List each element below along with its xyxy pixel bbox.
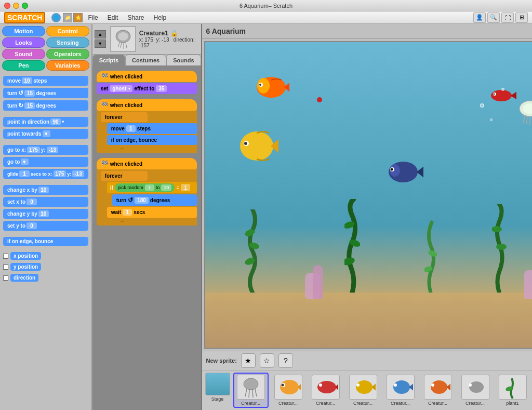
window-controls[interactable] xyxy=(4,3,28,9)
block-y-position-row[interactable]: y position xyxy=(3,262,88,272)
block-direction[interactable]: direction xyxy=(10,274,38,282)
category-sensing[interactable]: Sensing xyxy=(46,37,89,48)
minimize-button[interactable] xyxy=(13,3,19,9)
sprite-nav-up[interactable]: ▲ xyxy=(95,30,106,38)
block-edge-bounce[interactable]: if on edge, bounce xyxy=(3,237,88,246)
fish-1[interactable] xyxy=(253,73,289,101)
svg-marker-59 xyxy=(335,383,338,391)
when-clicked-1[interactable]: 🏁 when clicked xyxy=(97,71,197,82)
menu-file[interactable]: File xyxy=(84,13,102,22)
direction-checkbox[interactable] xyxy=(3,275,8,281)
block-x-position-row[interactable]: x position xyxy=(3,251,88,261)
globe-icon[interactable]: 🌐 xyxy=(51,13,61,22)
block-point-towards[interactable]: point towards ▾ xyxy=(3,129,88,139)
resize-icon[interactable]: ⛶ xyxy=(501,12,514,23)
svg-line-52 xyxy=(252,390,253,398)
sprite-plant-1[interactable]: plant1 xyxy=(495,373,530,408)
category-looks[interactable]: Looks xyxy=(2,37,45,48)
svg-line-51 xyxy=(249,390,249,398)
upload-sprite-button[interactable]: ? xyxy=(278,353,293,368)
block-turn-left[interactable]: turn ↺ 15 degrees xyxy=(3,88,88,98)
svg-point-38 xyxy=(491,90,512,101)
fullscreen-icon[interactable]: ⊞ xyxy=(515,12,528,23)
block-change-y[interactable]: change y by 10 xyxy=(3,209,88,219)
turn-180-block[interactable]: turn ↺ 180 degrees xyxy=(112,194,197,206)
sprite-image-1 xyxy=(237,375,265,400)
when-clicked-3[interactable]: 🏁 when clicked xyxy=(97,158,197,169)
block-glide[interactable]: glide 1 secs to x: 175 y: -13 xyxy=(3,169,88,179)
category-sound[interactable]: Sound xyxy=(2,49,45,59)
person-icon[interactable]: 👤 xyxy=(473,12,486,23)
bubble-2 xyxy=(490,118,493,121)
block-goto-xy[interactable]: go to x: 175 y: -13 xyxy=(3,145,88,155)
sprite-image-4 xyxy=(349,375,377,400)
sprite-name: Creature1 xyxy=(139,30,168,37)
forever-block-2[interactable]: forever xyxy=(101,171,148,181)
block-set-x[interactable]: set x to 0 xyxy=(3,197,88,207)
if-block[interactable]: if pick random 1 to 10 = 1 xyxy=(107,182,197,193)
sprite-header: ▲ ▼ Creature1 xyxy=(92,24,201,55)
aquarium-background: x: -783 y: 46 xyxy=(205,42,532,348)
block-move-steps[interactable]: move 10 steps xyxy=(3,76,88,86)
stage-thumbnail[interactable]: Stage xyxy=(204,373,231,408)
y-position-checkbox[interactable] xyxy=(3,264,8,270)
sprite-item-3[interactable]: Creatur... xyxy=(308,373,343,408)
set-effect-block[interactable]: set ghost effect to 35 xyxy=(97,83,197,94)
surprise-sprite-button[interactable]: ☆ xyxy=(260,353,274,368)
category-variables[interactable]: Variables xyxy=(46,60,89,71)
toolbar-icon-1[interactable]: 📁 xyxy=(63,13,72,22)
paint-sprite-button[interactable]: ★ xyxy=(241,353,256,368)
move-1-steps[interactable]: move 1 steps xyxy=(107,123,197,134)
fish-2[interactable] xyxy=(237,128,278,164)
category-control[interactable]: Control xyxy=(46,26,89,36)
sprite-item-5[interactable]: Creatur... xyxy=(383,373,418,408)
edge-bounce[interactable]: if on edge, bounce xyxy=(107,135,197,145)
maximize-button[interactable] xyxy=(22,3,28,9)
stage-title: 6 Aquarium xyxy=(206,27,246,35)
x-position-checkbox[interactable] xyxy=(3,254,8,259)
category-motion[interactable]: Motion xyxy=(2,26,45,36)
svg-point-60 xyxy=(319,383,322,387)
block-x-position[interactable]: x position xyxy=(10,252,41,260)
sprite-label-4: Creatur... xyxy=(353,401,373,406)
svg-point-67 xyxy=(431,380,447,394)
fish-3[interactable] xyxy=(384,158,423,187)
block-turn-right[interactable]: turn ↻ 15 degrees xyxy=(3,100,88,111)
magnifier-icon[interactable]: 🔍 xyxy=(487,12,500,23)
when-clicked-2[interactable]: 🏁 when clicked xyxy=(97,99,197,111)
toolbar-icon-2[interactable]: ⭐ xyxy=(73,13,83,22)
coral-3 xyxy=(524,270,532,299)
svg-line-2 xyxy=(118,42,119,47)
tab-scripts[interactable]: Scripts xyxy=(92,55,125,65)
sprite-item-4[interactable]: Creatur... xyxy=(345,373,381,408)
block-change-x[interactable]: change x by 10 xyxy=(3,185,88,195)
menu-share[interactable]: Share xyxy=(123,13,148,22)
sprite-item-7[interactable]: Creatur... xyxy=(458,373,493,408)
category-operators[interactable]: Operators xyxy=(46,49,89,59)
forever-block[interactable]: forever xyxy=(101,112,148,122)
pick-random-block[interactable]: pick random 1 to 10 xyxy=(115,183,175,192)
menu-edit[interactable]: Edit xyxy=(103,13,123,22)
sprite-label-5: Creatur... xyxy=(391,401,410,406)
sprite-item-6[interactable]: Creatur... xyxy=(420,373,456,408)
block-direction-row[interactable]: direction xyxy=(3,273,88,283)
tab-costumes[interactable]: Costumes xyxy=(125,55,166,65)
block-goto[interactable]: go to ▾ xyxy=(3,157,88,167)
sprite-item-2[interactable]: Creatur... xyxy=(271,373,306,408)
script-group-2: 🏁 when clicked forever move 1 steps if o… xyxy=(97,99,197,153)
wait-1-secs[interactable]: wait 1 secs xyxy=(107,207,197,218)
tab-sounds[interactable]: Sounds xyxy=(166,55,201,65)
sprite-nav-down[interactable]: ▼ xyxy=(95,39,106,48)
block-point-direction[interactable]: point in direction 90▾ xyxy=(3,117,88,127)
svg-point-14 xyxy=(506,256,507,265)
close-button[interactable] xyxy=(4,3,10,9)
sprite-y: -13 xyxy=(162,37,169,43)
sprite-strip: Stage Creatur... xyxy=(202,370,532,410)
block-set-y[interactable]: set y to 0 xyxy=(3,221,88,231)
sprite-item-1[interactable]: Creatur... xyxy=(233,373,269,408)
menu-help[interactable]: Help xyxy=(149,13,170,22)
stage-canvas[interactable]: x: -783 y: 46 xyxy=(204,41,532,349)
creature-1[interactable] xyxy=(515,97,532,126)
category-pen[interactable]: Pen xyxy=(2,60,45,71)
block-y-position[interactable]: y position xyxy=(10,263,41,271)
